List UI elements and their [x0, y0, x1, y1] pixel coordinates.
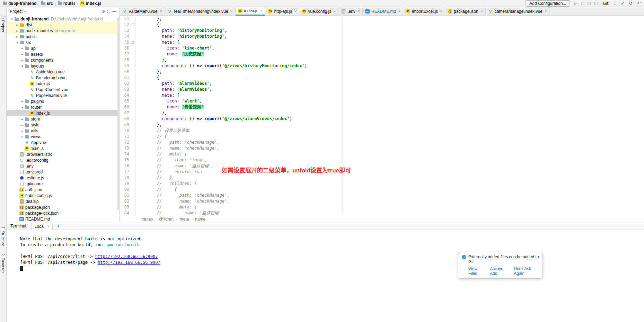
tree-item[interactable]: VApp.vue: [7, 140, 119, 145]
expand-arrow-icon[interactable]: ▸: [20, 117, 25, 121]
chevron-down-icon[interactable]: ▾: [24, 10, 26, 13]
add-configuration-button[interactable]: Add Configuration...: [526, 0, 570, 7]
editor-tab[interactable]: JSvue.config.js×: [299, 7, 338, 16]
breadcrumb-item[interactable]: src: [40, 1, 54, 6]
git-update-icon[interactable]: ↓: [612, 1, 617, 6]
tree-item[interactable]: ▸public: [7, 34, 119, 39]
tree-item[interactable]: .env.prod: [7, 169, 119, 175]
fold-marker-icon[interactable]: [132, 24, 134, 26]
code-line[interactable]: 56 icon: 'line-chart',: [120, 45, 644, 51]
tree-item[interactable]: VAsideMenu.vue: [7, 69, 119, 75]
code-line[interactable]: 77 // unfold:true: [120, 169, 644, 175]
code-line[interactable]: 61 {: [120, 75, 644, 81]
tree-item[interactable]: JSmain.js: [7, 145, 119, 151]
always-add-link[interactable]: Always Add: [490, 266, 509, 276]
code-line[interactable]: 69 },: [120, 122, 644, 128]
close-icon[interactable]: ×: [47, 224, 50, 229]
tree-item[interactable]: .browserslistrc: [7, 151, 119, 157]
tree-item[interactable]: VPageHeader.vue: [7, 92, 119, 98]
code-line[interactable]: 84 // name: '盘点管理': [120, 210, 644, 216]
tree-item[interactable]: { }auth.json: [7, 187, 119, 193]
stripe-structure-button[interactable]: 7: Structure: [1, 226, 5, 246]
debug-button[interactable]: [581, 2, 584, 5]
close-tab-icon[interactable]: ×: [294, 9, 297, 14]
editor-tab[interactable]: JShttp-api.js×: [265, 7, 299, 16]
code-line[interactable]: 76 // name: '盘点管理',: [120, 163, 644, 169]
editor-tab[interactable]: JSimportExcel.js×: [403, 7, 445, 16]
expand-arrow-icon[interactable]: ▸: [20, 47, 25, 50]
tree-item[interactable]: .env: [7, 163, 119, 169]
git-commit-icon[interactable]: ✓: [620, 1, 625, 6]
tree-item[interactable]: ▾duoji-frontendD:\zheheWeb\duoji-fronten…: [7, 16, 119, 22]
tree-item[interactable]: JSindex.js: [7, 81, 119, 87]
tree-item[interactable]: JSindex.js: [7, 110, 119, 116]
terminal-link[interactable]: http://192.168.66.56:9007: [98, 260, 160, 265]
code-line[interactable]: 58 },: [120, 57, 644, 63]
tree-item[interactable]: ▸style: [7, 122, 119, 128]
scrollbar[interactable]: [117, 17, 119, 209]
tree-item[interactable]: ▾router: [7, 104, 119, 110]
breadcrumb-item[interactable]: name: [195, 217, 205, 222]
expand-arrow-icon[interactable]: ▸: [20, 53, 25, 56]
tree-item[interactable]: VBreadcrumb.vue: [7, 75, 119, 81]
tree-item[interactable]: dist.zip: [7, 198, 119, 204]
tree-item[interactable]: { }package-lock.json: [7, 210, 119, 216]
code-line[interactable]: 74 // meta: {: [120, 151, 644, 157]
run-button[interactable]: ▶: [573, 1, 578, 6]
breadcrumb-item[interactable]: children: [159, 217, 174, 222]
expand-arrow-icon[interactable]: ▾: [20, 106, 25, 109]
code-line[interactable]: 73 // name: 'checkManage',: [120, 145, 644, 151]
locate-file-icon[interactable]: ⊙: [102, 9, 105, 14]
code-line[interactable]: 78 // },: [120, 175, 644, 181]
tree-item[interactable]: ▸node_moduleslibrary root: [7, 28, 119, 34]
code-editor[interactable]: 51 },52 {53 path: 'historyMonitoring',54…: [120, 16, 644, 216]
tree-item[interactable]: JSbabel.config.js: [7, 193, 119, 198]
expand-arrow-icon[interactable]: ▾: [15, 41, 19, 44]
editor-tab[interactable]: VrealTimeMonitoring\index.vue×: [165, 7, 236, 16]
profiler-button[interactable]: [594, 2, 598, 5]
code-line[interactable]: 83 // meta: {: [120, 204, 644, 210]
tree-item[interactable]: ▾src: [7, 39, 119, 45]
tree-item[interactable]: { }package.json: [7, 204, 119, 210]
expand-arrow-icon[interactable]: ▾: [10, 17, 14, 21]
code-line[interactable]: 75 // icon: 'form',: [120, 157, 644, 163]
tree-item[interactable]: ▸dist: [7, 22, 119, 28]
close-tab-icon[interactable]: ×: [160, 9, 162, 14]
expand-arrow-icon[interactable]: ▸: [15, 23, 19, 27]
terminal-link[interactable]: http://192.168.66.56:9007: [95, 254, 158, 259]
tree-item[interactable]: MDREADME.md: [7, 216, 119, 222]
hide-panel-icon[interactable]: —: [112, 9, 116, 14]
code-line[interactable]: 60 },: [120, 69, 644, 75]
code-line[interactable]: 72 // path: 'checkManage',: [120, 140, 644, 145]
editor-tab[interactable]: VcameraManage\index.vue×: [486, 7, 550, 16]
new-terminal-button[interactable]: +: [57, 223, 60, 229]
expand-arrow-icon[interactable]: ▸: [20, 100, 25, 103]
breadcrumb-item[interactable]: JSindex.js: [79, 1, 103, 6]
gear-icon[interactable]: [107, 10, 111, 14]
tree-item[interactable]: .gitignore: [7, 181, 119, 187]
dont-ask-again-link[interactable]: Don't Ask Again: [514, 266, 539, 276]
code-line[interactable]: 59 component: () => import('@/views/hist…: [120, 63, 644, 69]
code-line[interactable]: 70 // 设置二级菜单: [120, 128, 644, 134]
code-line[interactable]: 81 // path: 'checkManage',: [120, 193, 644, 198]
breadcrumb-item[interactable]: router: [56, 1, 77, 6]
code-line[interactable]: 54 name: 'historyMonitoring',: [120, 34, 644, 39]
close-tab-icon[interactable]: ×: [333, 9, 336, 14]
close-tab-icon[interactable]: ×: [440, 9, 442, 14]
expand-arrow-icon[interactable]: ▸: [20, 129, 25, 133]
expand-arrow-icon[interactable]: ▸: [15, 35, 19, 38]
expand-arrow-icon[interactable]: ▸: [20, 135, 25, 138]
git-rollback-icon[interactable]: ↶: [636, 1, 641, 6]
git-history-icon[interactable]: ↺: [628, 1, 633, 6]
fold-marker-icon[interactable]: [132, 41, 134, 44]
close-tab-icon[interactable]: ×: [260, 8, 263, 13]
tree-item[interactable]: ▸store: [7, 116, 119, 122]
breadcrumb-item[interactable]: meta: [180, 217, 189, 222]
tree-item[interactable]: .editorconfig: [7, 157, 119, 163]
code-line[interactable]: 64 meta: {: [120, 92, 644, 98]
code-line[interactable]: 63 name: 'alarmVideos',: [120, 87, 644, 92]
code-line[interactable]: 57 name: '历史数据': [120, 51, 644, 57]
code-line[interactable]: 80 // {: [120, 187, 644, 193]
close-tab-icon[interactable]: ×: [480, 9, 483, 14]
expand-arrow-icon[interactable]: ▸: [15, 29, 19, 33]
